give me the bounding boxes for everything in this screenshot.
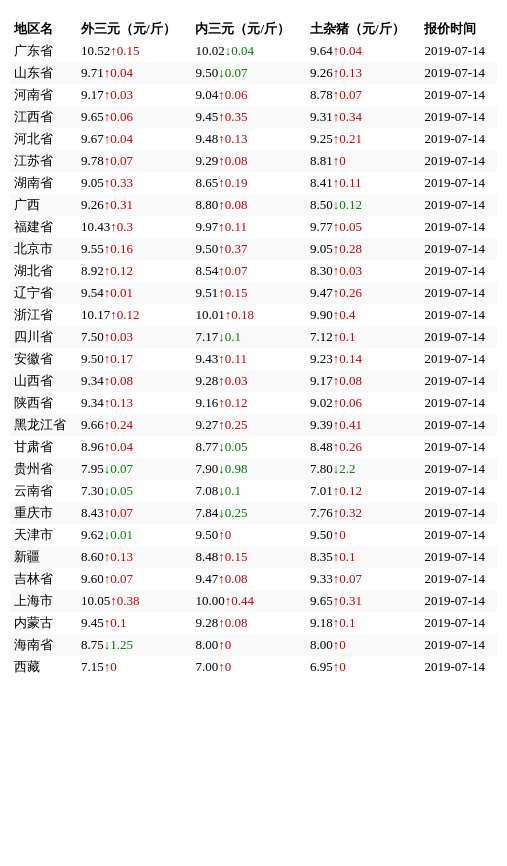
region-cell: 山西省: [10, 370, 77, 392]
date-cell: 2019-07-14: [420, 458, 497, 480]
date-cell: 2019-07-14: [420, 656, 497, 678]
col-region: 地区名: [10, 18, 77, 40]
region-cell: 广西: [10, 194, 77, 216]
table-row: 湖南省9.05↑0.338.65↑0.198.41↑0.112019-07-14: [10, 172, 497, 194]
date-cell: 2019-07-14: [420, 150, 497, 172]
date-cell: 2019-07-14: [420, 348, 497, 370]
region-cell: 黑龙江省: [10, 414, 77, 436]
region-cell: 上海市: [10, 590, 77, 612]
col-p1: 外三元（元/斤）: [77, 18, 191, 40]
table-row: 海南省8.75↓1.258.00↑08.00↑02019-07-14: [10, 634, 497, 656]
date-cell: 2019-07-14: [420, 524, 497, 546]
table-row: 浙江省10.17↑0.1210.01↑0.189.90↑0.42019-07-1…: [10, 304, 497, 326]
date-cell: 2019-07-14: [420, 282, 497, 304]
date-cell: 2019-07-14: [420, 546, 497, 568]
table-row: 陕西省9.34↑0.139.16↑0.129.02↑0.062019-07-14: [10, 392, 497, 414]
table-row: 北京市9.55↑0.169.50↑0.379.05↑0.282019-07-14: [10, 238, 497, 260]
table-row: 四川省7.50↑0.037.17↓0.17.12↑0.12019-07-14: [10, 326, 497, 348]
date-cell: 2019-07-14: [420, 612, 497, 634]
region-cell: 湖南省: [10, 172, 77, 194]
table-row: 河南省9.17↑0.039.04↑0.068.78↑0.072019-07-14: [10, 84, 497, 106]
date-cell: 2019-07-14: [420, 106, 497, 128]
table-row: 福建省10.43↑0.39.97↑0.119.77↑0.052019-07-14: [10, 216, 497, 238]
region-cell: 重庆市: [10, 502, 77, 524]
region-cell: 江苏省: [10, 150, 77, 172]
region-cell: 云南省: [10, 480, 77, 502]
date-cell: 2019-07-14: [420, 260, 497, 282]
table-row: 广东省10.52↑0.1510.02↓0.049.64↑0.042019-07-…: [10, 40, 497, 62]
date-cell: 2019-07-14: [420, 216, 497, 238]
table-row: 新疆8.60↑0.138.48↑0.158.35↑0.12019-07-14: [10, 546, 497, 568]
table-row: 辽宁省9.54↑0.019.51↑0.159.47↑0.262019-07-14: [10, 282, 497, 304]
region-cell: 辽宁省: [10, 282, 77, 304]
date-cell: 2019-07-14: [420, 392, 497, 414]
table-row: 云南省7.30↓0.057.08↓0.17.01↑0.122019-07-14: [10, 480, 497, 502]
date-cell: 2019-07-14: [420, 502, 497, 524]
region-cell: 陕西省: [10, 392, 77, 414]
col-p2: 内三元（元/斤）: [191, 18, 305, 40]
table-row: 上海市10.05↑0.3810.00↑0.449.65↑0.312019-07-…: [10, 590, 497, 612]
table-header: 地区名 外三元（元/斤） 内三元（元/斤） 土杂猪（元/斤） 报价时间: [10, 18, 497, 40]
region-cell: 河北省: [10, 128, 77, 150]
region-cell: 海南省: [10, 634, 77, 656]
date-cell: 2019-07-14: [420, 436, 497, 458]
region-cell: 四川省: [10, 326, 77, 348]
table-row: 湖北省8.92↑0.128.54↑0.078.30↑0.032019-07-14: [10, 260, 497, 282]
region-cell: 新疆: [10, 546, 77, 568]
date-cell: 2019-07-14: [420, 84, 497, 106]
region-cell: 河南省: [10, 84, 77, 106]
region-cell: 广东省: [10, 40, 77, 62]
region-cell: 西藏: [10, 656, 77, 678]
region-cell: 贵州省: [10, 458, 77, 480]
table-row: 天津市9.62↓0.019.50↑09.50↑02019-07-14: [10, 524, 497, 546]
table-row: 山西省9.34↑0.089.28↑0.039.17↑0.082019-07-14: [10, 370, 497, 392]
table-row: 吉林省9.60↑0.079.47↑0.089.33↑0.072019-07-14: [10, 568, 497, 590]
table-row: 广西9.26↑0.318.80↑0.088.50↓0.122019-07-14: [10, 194, 497, 216]
date-cell: 2019-07-14: [420, 480, 497, 502]
date-cell: 2019-07-14: [420, 62, 497, 84]
region-cell: 山东省: [10, 62, 77, 84]
date-cell: 2019-07-14: [420, 194, 497, 216]
date-cell: 2019-07-14: [420, 634, 497, 656]
col-date: 报价时间: [420, 18, 497, 40]
table-row: 河北省9.67↑0.049.48↑0.139.25↑0.212019-07-14: [10, 128, 497, 150]
region-cell: 北京市: [10, 238, 77, 260]
table-row: 重庆市8.43↑0.077.84↓0.257.76↑0.322019-07-14: [10, 502, 497, 524]
table-row: 黑龙江省9.66↑0.249.27↑0.259.39↑0.412019-07-1…: [10, 414, 497, 436]
region-cell: 天津市: [10, 524, 77, 546]
date-cell: 2019-07-14: [420, 370, 497, 392]
date-cell: 2019-07-14: [420, 172, 497, 194]
table-row: 内蒙古9.45↑0.19.28↑0.089.18↑0.12019-07-14: [10, 612, 497, 634]
table-row: 贵州省7.95↓0.077.90↓0.987.80↓2.22019-07-14: [10, 458, 497, 480]
region-cell: 安徽省: [10, 348, 77, 370]
price-table: 地区名 外三元（元/斤） 内三元（元/斤） 土杂猪（元/斤） 报价时间 广东省1…: [10, 18, 497, 678]
table-row: 安徽省9.50↑0.179.43↑0.119.23↑0.142019-07-14: [10, 348, 497, 370]
col-p3: 土杂猪（元/斤）: [306, 18, 420, 40]
date-cell: 2019-07-14: [420, 304, 497, 326]
region-cell: 湖北省: [10, 260, 77, 282]
date-cell: 2019-07-14: [420, 40, 497, 62]
table-row: 江西省9.65↑0.069.45↑0.359.31↑0.342019-07-14: [10, 106, 497, 128]
region-cell: 浙江省: [10, 304, 77, 326]
region-cell: 内蒙古: [10, 612, 77, 634]
region-cell: 江西省: [10, 106, 77, 128]
date-cell: 2019-07-14: [420, 568, 497, 590]
table-row: 江苏省9.78↑0.079.29↑0.088.81↑02019-07-14: [10, 150, 497, 172]
date-cell: 2019-07-14: [420, 590, 497, 612]
region-cell: 福建省: [10, 216, 77, 238]
table-row: 山东省9.71↑0.049.50↓0.079.26↑0.132019-07-14: [10, 62, 497, 84]
region-cell: 甘肃省: [10, 436, 77, 458]
date-cell: 2019-07-14: [420, 414, 497, 436]
region-cell: 吉林省: [10, 568, 77, 590]
date-cell: 2019-07-14: [420, 238, 497, 260]
date-cell: 2019-07-14: [420, 128, 497, 150]
table-row: 甘肃省8.96↑0.048.77↓0.058.48↑0.262019-07-14: [10, 436, 497, 458]
date-cell: 2019-07-14: [420, 326, 497, 348]
table-row: 西藏7.15↑07.00↑06.95↑02019-07-14: [10, 656, 497, 678]
